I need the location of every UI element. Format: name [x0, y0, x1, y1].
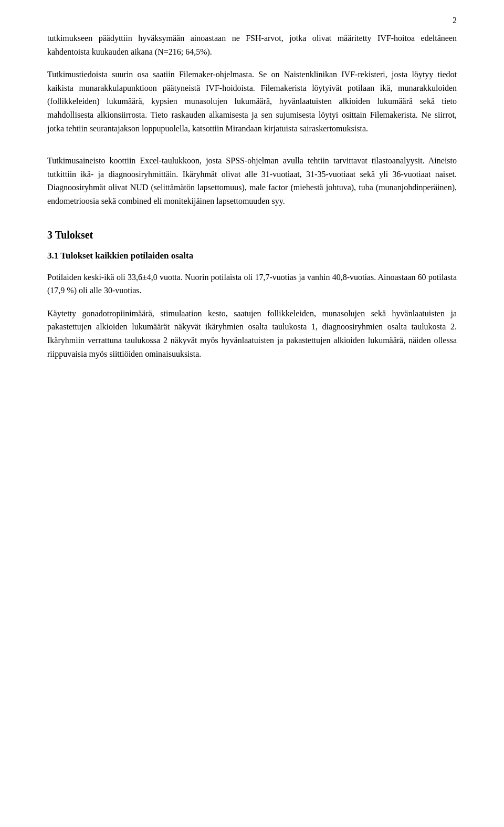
paragraph-3: Tutkimusaineisto koottiin Excel-taulukko…	[47, 154, 457, 208]
page: 2 tutkimukseen päädyttiin hyväksymään ai…	[0, 0, 504, 827]
section-3-heading: 3 Tulokset	[47, 229, 457, 241]
paragraph-5: Käytetty gonadotropiinimäärä, stimulaati…	[47, 307, 457, 360]
section-3-1-heading: 3.1 Tulokset kaikkien potilaiden osalta	[47, 251, 457, 261]
paragraph-1: tutkimukseen päädyttiin hyväksymään aino…	[47, 32, 457, 58]
paragraph-2: Tutkimustiedoista suurin osa saatiin Fil…	[47, 68, 457, 135]
paragraph-4: Potilaiden keski-ikä oli 33,6±4,0 vuotta…	[47, 271, 457, 297]
page-number: 2	[453, 16, 457, 25]
